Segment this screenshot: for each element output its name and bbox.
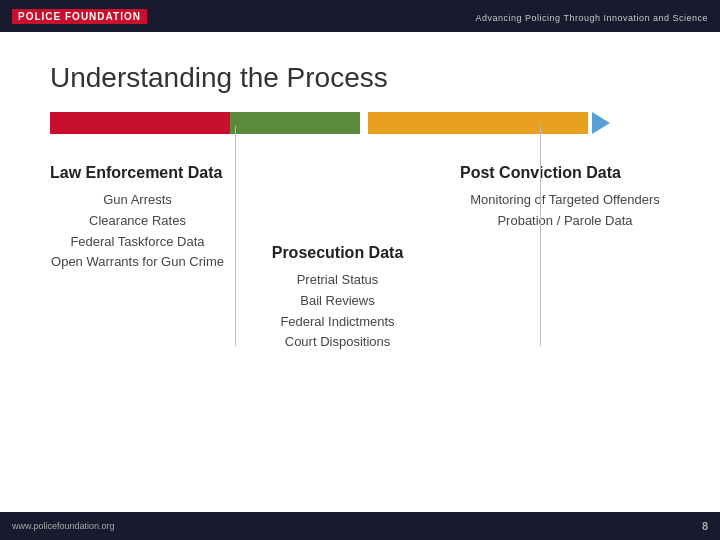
law-item-2: Clearance Rates [50,211,225,232]
bar-yellow [368,112,588,134]
bar-spacer [360,112,368,134]
prosecution-item-2: Bail Reviews [245,291,430,312]
header-left: POLICE FOUNDATION [12,9,147,24]
logo-text: POLICE FOUNDATION [18,11,141,22]
page-title: Understanding the Process [50,62,670,94]
bar-green [230,112,360,134]
header-tagline: Advancing Policing Through Innovation an… [476,7,708,25]
main-content: Understanding the Process Law Enforcemen… [0,32,720,512]
divider-2 [540,126,541,346]
post-conv-item-1: Monitoring of Targeted Offenders [460,190,670,211]
post-conviction-section: Post Conviction Data Monitoring of Targe… [440,164,670,353]
law-item-3: Federal Taskforce Data [50,232,225,253]
three-column-layout: Law Enforcement Data Gun Arrests Clearan… [50,164,670,353]
law-enforcement-section: Law Enforcement Data Gun Arrests Clearan… [50,164,235,353]
logo-box: POLICE FOUNDATION [12,9,147,24]
divider-1 [235,126,236,346]
post-conv-item-2: Probation / Parole Data [460,211,670,232]
prosecution-item-3: Federal Indictments [245,312,430,333]
prosecution-item-1: Pretrial Status [245,270,430,291]
bar-red [50,112,230,134]
prosecution-section: Prosecution Data Pretrial Status Bail Re… [235,244,440,353]
post-conviction-title: Post Conviction Data [460,164,670,182]
law-enforcement-title: Law Enforcement Data [50,164,225,182]
page-footer: www.policefoundation.org 8 [0,512,720,540]
prosecution-item-4: Court Dispositions [245,332,430,353]
footer-url: www.policefoundation.org [12,521,115,531]
law-item-4: Open Warrants for Gun Crime [50,252,225,273]
prosecution-title: Prosecution Data [245,244,430,262]
bar-arrow-icon [592,112,610,134]
law-item-1: Gun Arrests [50,190,225,211]
footer-page-number: 8 [702,520,708,532]
page-header: POLICE FOUNDATION Advancing Policing Thr… [0,0,720,32]
process-bar [50,112,670,134]
